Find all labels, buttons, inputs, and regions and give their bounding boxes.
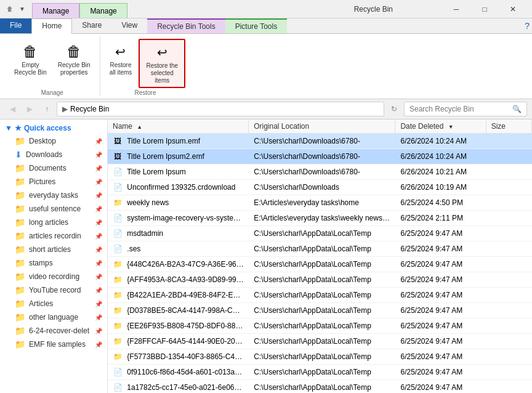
folder-icon: 📁 [113, 306, 123, 315]
file-location-cell: C:\Users\charl\Downloads [249, 182, 395, 193]
table-row[interactable]: 📄 system-image-recovery-vs-system... E:\… [108, 211, 532, 226]
table-row[interactable]: 📁 {EE26F935-B808-475D-8DF0-881B0... C:\U… [108, 318, 532, 334]
pin-icon: 📌 [95, 165, 102, 172]
file-date-cell: 6/25/2024 2:11 PM [395, 213, 486, 224]
sort-desc-icon: ▼ [448, 124, 454, 130]
sidebar-item-short-articles[interactable]: 📁 short articles 📌 [0, 243, 107, 256]
pin-icon: 📌 [95, 233, 102, 240]
file-name-cell: 📁 {EE26F935-B808-475D-8DF0-881B0... [108, 320, 249, 332]
table-row[interactable]: 📄 msdtadmin C:\Users\charl\AppData\Local… [108, 226, 532, 241]
download-icon: ⬇ [15, 150, 22, 160]
file-icon: 📄 [113, 182, 123, 192]
col-header-location[interactable]: Original Location [249, 120, 395, 133]
ribbon-group-restore: ↩ Restoreall items ↩ Restore theselected… [100, 36, 191, 96]
table-row[interactable]: 📁 {F28FFCAF-64A5-4144-90E0-2012D... C:\U… [108, 334, 532, 349]
window-title: Recycle Bin [354, 5, 442, 14]
sidebar-item-desktop[interactable]: 📁 Desktop 📌 [0, 134, 107, 148]
file-location-cell: C:\Users\charl\Downloads\6780- [249, 166, 395, 177]
file-location-cell: C:\Users\charl\Downloads\6780- [249, 136, 395, 147]
table-row[interactable]: 📄 0f9110c6-f86d-45d4-a601-c013a42... C:\… [108, 365, 532, 380]
tab-view[interactable]: View [111, 18, 147, 33]
sidebar-item-everyday-tasks[interactable]: 📁 everyday tasks 📌 [0, 188, 107, 202]
sidebar-item-stamps[interactable]: 📁 stamps 📌 [0, 256, 107, 270]
file-icon: 🖼 [113, 136, 123, 146]
sidebar-item-downloads[interactable]: ⬇ Downloads 📌 [0, 148, 107, 161]
table-row[interactable]: 🖼 Title Lorem Ipsum2.emf C:\Users\charl\… [108, 149, 532, 164]
file-date-cell: 6/25/2024 9:47 AM [395, 274, 486, 285]
sidebar-quick-access-header[interactable]: ▼ ★ Quick access [0, 122, 107, 134]
sidebar-item-useful-sentence[interactable]: 📁 useful sentence 📌 [0, 202, 107, 216]
file-size-cell [486, 232, 532, 235]
col-header-name[interactable]: Name ▲ [108, 120, 249, 133]
manage-tab-2[interactable]: Manage [79, 3, 127, 18]
help-button[interactable]: ? [525, 21, 530, 31]
sidebar-item-pictures[interactable]: 📁 Pictures 📌 [0, 175, 107, 188]
recycle-bin-properties-button[interactable]: 🗑 Recycle Binproperties [54, 39, 95, 79]
sidebar-item-video-recording[interactable]: 📁 video recording 📌 [0, 270, 107, 283]
file-date-cell: 6/25/2024 9:47 AM [395, 320, 486, 331]
table-row[interactable]: 📁 {F5773BBD-1354-40F3-8865-C4F8C... C:\U… [108, 349, 532, 365]
window-icon: 🗑 [5, 4, 15, 14]
sidebar-item-articles[interactable]: 📁 Articles 📌 [0, 297, 107, 310]
empty-recycle-bin-button[interactable]: 🗑 EmptyRecycle Bin [10, 39, 51, 79]
restore-selected-button[interactable]: ↩ Restore theselected items [139, 39, 185, 88]
window-controls: ─ □ ✕ [442, 0, 527, 18]
file-location-cell: C:\Users\charl\AppData\Local\Temp [249, 259, 395, 270]
table-row[interactable]: 📁 {D0378BE5-8CA4-4147-998A-C2FE7... C:\U… [108, 303, 532, 318]
tab-share[interactable]: Share [72, 18, 111, 33]
search-box[interactable]: 🔍 [404, 102, 527, 116]
col-header-size[interactable]: Size [486, 120, 532, 133]
address-bar: ◀ ▶ ↑ ▶ Recycle Bin ↻ 🔍 [0, 99, 532, 120]
tab-home[interactable]: Home [31, 18, 72, 34]
file-list-header: Name ▲ Original Location Date Deleted ▼ … [108, 120, 532, 134]
table-row[interactable]: 📄 1a1782c5-cc17-45e0-a021-6e06bb0... C:\… [108, 380, 532, 393]
table-row[interactable]: 📄 .ses C:\Users\charl\AppData\Local\Temp… [108, 241, 532, 257]
file-icon: 📄 [113, 229, 123, 238]
up-button[interactable]: ↑ [39, 102, 54, 116]
sidebar-item-other-language[interactable]: 📁 other language 📌 [0, 310, 107, 324]
file-date-cell: 6/25/2024 4:50 PM [395, 197, 486, 208]
sidebar-item-long-articles[interactable]: 📁 long articles 📌 [0, 216, 107, 229]
address-recycle-bin[interactable]: Recycle Bin [70, 105, 109, 113]
table-row[interactable]: 🖼 Title Lorem Ipsum.emf C:\Users\charl\D… [108, 134, 532, 149]
address-path[interactable]: ▶ Recycle Bin [57, 102, 384, 116]
forward-button[interactable]: ▶ [22, 102, 37, 116]
folder-icon: 📁 [15, 190, 25, 200]
quick-access-icon[interactable]: ▼ [17, 4, 27, 14]
close-button[interactable]: ✕ [499, 0, 527, 18]
search-input[interactable] [409, 105, 510, 113]
minimize-button[interactable]: ─ [442, 0, 470, 18]
table-row[interactable]: 📄 Unconfirmed 139325.crdownload C:\Users… [108, 180, 532, 195]
file-size-cell [486, 155, 532, 158]
tab-file[interactable]: File [0, 18, 31, 33]
table-row[interactable]: 📁 {AFF4953A-8CA3-4A93-9D89-9953... C:\Us… [108, 272, 532, 288]
file-name-cell: 📁 {F28FFCAF-64A5-4144-90E0-2012D... [108, 335, 249, 347]
tab-recycle-bin-tools[interactable]: Recycle Bin Tools [147, 18, 225, 33]
table-row[interactable]: 📁 {B422A1EA-2BD4-49E8-84F2-E0875... C:\U… [108, 288, 532, 303]
tab-picture-tools[interactable]: Picture Tools [225, 18, 287, 33]
sidebar-item-label: EMF file samples [29, 340, 86, 349]
table-row[interactable]: 📁 {448C426A-B2A3-47C9-A36E-96EC... C:\Us… [108, 257, 532, 272]
table-row[interactable]: 📄 Title Lorem Ipsum C:\Users\charl\Downl… [108, 164, 532, 180]
restore-all-button[interactable]: ↩ Restoreall items [105, 39, 137, 79]
file-location-cell: C:\Users\charl\AppData\Local\Temp [249, 351, 395, 362]
maximize-button[interactable]: □ [470, 0, 499, 18]
col-header-date[interactable]: Date Deleted ▼ [395, 120, 486, 133]
sidebar-item-recover-deleted[interactable]: 📁 6-24-recover-delet 📌 [0, 324, 107, 338]
back-button[interactable]: ◀ [5, 102, 20, 116]
manage-tab-1[interactable]: Manage [32, 3, 79, 18]
sort-icon: ▲ [137, 124, 142, 130]
sidebar-quick-access-section: ▼ ★ Quick access 📁 Desktop 📌 ⬇ Downloads… [0, 120, 107, 354]
file-icon: 📄 [113, 383, 123, 392]
sidebar-item-youtube-record[interactable]: 📁 YouTube record 📌 [0, 283, 107, 297]
file-size-cell [486, 201, 532, 204]
sidebar-item-documents[interactable]: 📁 Documents 📌 [0, 161, 107, 175]
sidebar-item-emf-samples[interactable]: 📁 EMF file samples 📌 [0, 338, 107, 351]
folder-icon: 📁 [15, 245, 25, 254]
file-location-cell: E:\Articles\everyday tasks\weekly news\0… [249, 213, 395, 224]
sidebar-item-label: other language [29, 313, 78, 322]
sidebar-item-articles-recording[interactable]: 📁 articles recordin 📌 [0, 229, 107, 243]
refresh-button[interactable]: ↻ [387, 102, 401, 116]
file-icon: 📄 [113, 367, 123, 377]
table-row[interactable]: 📁 weekly news E:\Articles\everyday tasks… [108, 195, 532, 211]
